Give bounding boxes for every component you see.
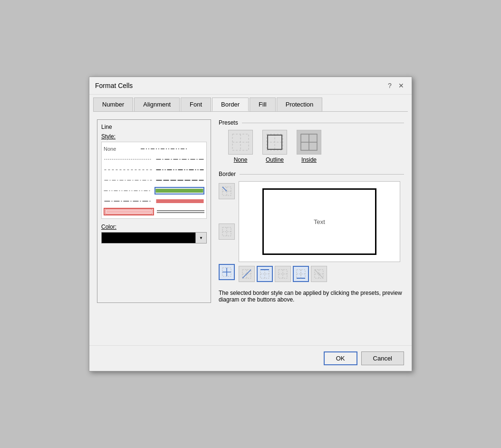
border-btn-top[interactable] xyxy=(257,266,273,282)
format-cells-dialog: Format Cells ? ✕ Number Alignment Font B… xyxy=(89,77,412,371)
dialog-title: Format Cells xyxy=(95,82,133,89)
line-style-row-1[interactable]: None xyxy=(104,144,204,154)
preset-outline-label: Outline xyxy=(266,156,284,163)
border-btn-bottom[interactable] xyxy=(293,266,309,282)
preset-none[interactable]: None xyxy=(228,130,253,163)
title-bar: Format Cells ? ✕ xyxy=(89,77,412,95)
border-controls: Text xyxy=(219,181,404,282)
title-controls: ? ✕ xyxy=(385,81,406,90)
tab-font[interactable]: Font xyxy=(181,97,211,111)
line-section-title: Line xyxy=(101,124,207,130)
line-style-double[interactable] xyxy=(157,208,204,215)
tab-border[interactable]: Border xyxy=(212,97,249,111)
title-bar-left: Format Cells xyxy=(95,82,133,89)
preview-text: Text xyxy=(314,218,325,225)
preview-area[interactable]: Text xyxy=(239,181,400,262)
cancel-button[interactable]: Cancel xyxy=(361,351,404,365)
right-panel: Presets None xyxy=(219,119,404,303)
svg-line-28 xyxy=(222,187,227,191)
line-style-row-4[interactable] xyxy=(104,175,204,185)
line-style-medium-dash[interactable] xyxy=(155,156,204,163)
line-style-dotted[interactable] xyxy=(104,156,153,163)
line-style-row-3[interactable] xyxy=(104,165,204,175)
line-style-short-dash[interactable] xyxy=(104,166,153,174)
ok-button[interactable]: OK xyxy=(324,351,357,365)
line-style-dash-dot[interactable] xyxy=(104,176,153,184)
line-style-row-2[interactable] xyxy=(104,155,204,164)
presets-row: None Outline xyxy=(219,130,404,163)
tab-fill[interactable]: Fill xyxy=(250,97,276,111)
svg-rect-8 xyxy=(156,189,203,193)
border-buttons-left xyxy=(219,181,235,282)
line-style-medium-dash-dot[interactable] xyxy=(104,197,153,205)
preview-container: Text xyxy=(239,181,400,282)
svg-rect-12 xyxy=(106,210,151,213)
none-label: None xyxy=(104,146,122,152)
color-swatch[interactable] xyxy=(101,232,195,243)
line-style-row-7[interactable] xyxy=(104,207,204,216)
border-section-label: Border xyxy=(219,171,404,177)
tab-protection[interactable]: Protection xyxy=(277,97,323,111)
info-text: The selected border style can be applied… xyxy=(219,290,404,303)
preview-border-box: Text xyxy=(262,188,376,255)
line-style-long-dash[interactable] xyxy=(155,166,204,174)
content-area: Line Style: None xyxy=(89,112,412,345)
preset-inside-btn[interactable] xyxy=(297,130,321,155)
line-style-dash-dot-dot[interactable] xyxy=(125,145,204,153)
line-styles-list[interactable]: None xyxy=(101,142,207,219)
line-style-medium-long[interactable] xyxy=(155,176,204,184)
line-style-row-6[interactable] xyxy=(104,196,204,206)
border-btn-diag-left[interactable] xyxy=(239,266,255,282)
preset-outline[interactable]: Outline xyxy=(262,130,287,163)
footer: OK Cancel xyxy=(89,345,412,371)
main-row: Line Style: None xyxy=(97,119,404,303)
svg-rect-10 xyxy=(156,199,204,203)
preset-outline-btn[interactable] xyxy=(262,130,287,155)
presets-section-label: Presets xyxy=(219,119,404,126)
preset-inside[interactable]: Inside xyxy=(297,130,321,163)
preset-none-label: None xyxy=(234,156,248,163)
border-btn-inner[interactable] xyxy=(275,266,291,282)
line-style-row-5[interactable] xyxy=(104,186,204,195)
help-button[interactable]: ? xyxy=(385,81,395,90)
presets-section: Presets None xyxy=(219,119,404,165)
color-row: ▼ xyxy=(101,232,207,243)
preset-none-btn[interactable] xyxy=(228,130,253,155)
tab-number[interactable]: Number xyxy=(93,97,133,111)
line-style-dash-dot-dot2[interactable] xyxy=(104,187,152,195)
color-label: Color: xyxy=(101,224,207,230)
line-section: Line Style: None xyxy=(97,119,211,303)
style-label: Style: xyxy=(101,133,207,140)
close-button[interactable]: ✕ xyxy=(396,81,406,90)
line-style-red-medium[interactable] xyxy=(155,197,204,205)
tabs-container: Number Alignment Font Border Fill Protec… xyxy=(89,95,412,111)
border-section: Border xyxy=(219,171,404,282)
tab-alignment[interactable]: Alignment xyxy=(134,97,180,111)
border-btn-left[interactable] xyxy=(219,224,235,240)
line-style-red-box-selected[interactable] xyxy=(104,208,154,215)
border-btn-top-left[interactable] xyxy=(219,183,235,199)
line-style-green-selected[interactable] xyxy=(154,187,204,195)
border-btn-diag-right[interactable] xyxy=(311,266,327,282)
border-buttons-bottom xyxy=(239,266,400,282)
border-btn-horizontal[interactable] xyxy=(219,264,235,280)
preset-inside-label: Inside xyxy=(301,156,317,163)
color-dropdown-button[interactable]: ▼ xyxy=(195,232,207,243)
